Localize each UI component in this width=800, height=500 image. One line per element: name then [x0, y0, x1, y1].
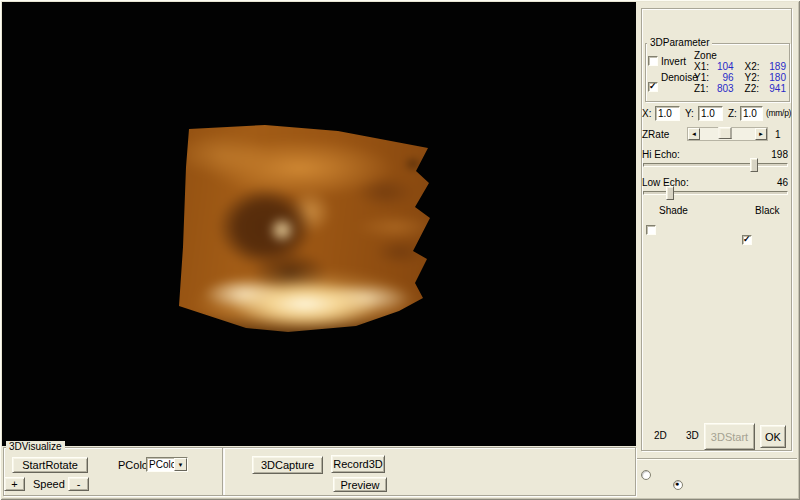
invert-checkbox[interactable]	[648, 56, 658, 66]
hi-echo-value: 198	[758, 149, 788, 160]
mode-3d-label: 3D	[686, 430, 699, 441]
zone-row-z: Z1:803Z2:941	[694, 83, 786, 94]
3dcapture-button[interactable]: 3DCapture	[252, 456, 323, 474]
low-echo-slider[interactable]	[643, 191, 788, 195]
visualize-group-title: 3DVisualize	[6, 441, 65, 452]
invert-label: Invert	[661, 56, 686, 67]
render-viewport[interactable]	[2, 2, 636, 446]
panel-bottom-divider	[637, 458, 797, 460]
zrate-scroll-right-button[interactable]: ►	[755, 128, 767, 140]
chevron-down-icon: ▼	[178, 462, 184, 468]
zone-title: Zone	[694, 50, 786, 61]
x-scale-label: X:	[642, 108, 651, 119]
black-label: Black	[755, 205, 779, 216]
mode-3d-radio[interactable]: ●	[673, 480, 683, 490]
pcolor-dropdown[interactable]: PColor ▼	[146, 457, 188, 472]
zrate-scroll-thumb[interactable]	[718, 127, 731, 139]
preview-button[interactable]: Preview	[333, 477, 387, 492]
z-scale-label: Z:	[728, 108, 737, 119]
scroll-right-icon: ►	[758, 131, 764, 137]
z-scale-input[interactable]	[740, 106, 763, 121]
zone-row-y: Y1:96Y2:180	[694, 72, 786, 83]
hi-echo-label: Hi Echo:	[642, 149, 680, 160]
x-scale-input[interactable]	[655, 106, 680, 121]
scroll-left-icon: ◄	[691, 131, 697, 137]
hi-echo-slider[interactable]	[643, 163, 788, 167]
low-echo-slider-thumb[interactable]	[666, 186, 674, 200]
speed-minus-button[interactable]: -	[68, 477, 89, 491]
zrate-scrollbar[interactable]: ◄ ►	[687, 127, 768, 141]
shade-label: Shade	[659, 205, 688, 216]
ok-button[interactable]: OK	[760, 425, 786, 448]
denoise-label: Denoise	[661, 72, 698, 83]
denoise-checkbox[interactable]: ✓	[648, 82, 658, 92]
speed-plus-button[interactable]: +	[4, 477, 25, 491]
scale-unit-label: (mm/p)	[766, 108, 791, 118]
mode-2d-label: 2D	[654, 430, 667, 441]
denoise-checkmark: ✓	[649, 81, 657, 91]
zrate-label: ZRate	[642, 129, 669, 140]
mode-2d-radio[interactable]	[641, 470, 651, 480]
start-rotate-button[interactable]: StartRotate	[12, 457, 88, 473]
y-scale-label: Y:	[685, 108, 694, 119]
black-checkmark: ✓	[743, 234, 751, 244]
ultrasound-volume-render	[170, 112, 442, 340]
pcolor-dropdown-button[interactable]: ▼	[174, 458, 187, 471]
record3d-button[interactable]: Record3D	[331, 455, 385, 473]
zrate-scroll-left-button[interactable]: ◄	[688, 128, 700, 140]
zrate-scroll-track[interactable]	[700, 128, 755, 140]
black-checkbox[interactable]: ✓	[742, 235, 752, 245]
ultrasound-texture	[156, 98, 456, 354]
zone-row-x: X1:104X2:189	[694, 61, 786, 72]
zrate-value: 1	[775, 129, 781, 140]
speed-label: Speed	[33, 478, 65, 490]
application-window: 3DParameter Invert ✓ Denoise Zone X1:104…	[0, 0, 800, 500]
pcolor-dropdown-value: PColor	[147, 458, 174, 471]
3dstart-button[interactable]: 3DStart	[704, 423, 755, 450]
parameter-group-title: 3DParameter	[647, 37, 712, 48]
shade-checkbox[interactable]	[646, 225, 656, 235]
zone-readout: Zone X1:104X2:189 Y1:96Y2:180 Z1:803Z2:9…	[694, 50, 786, 94]
low-echo-value: 46	[758, 177, 788, 188]
mode-3d-dot: ●	[675, 479, 679, 489]
y-scale-input[interactable]	[698, 106, 723, 121]
hi-echo-slider-thumb[interactable]	[750, 158, 758, 172]
